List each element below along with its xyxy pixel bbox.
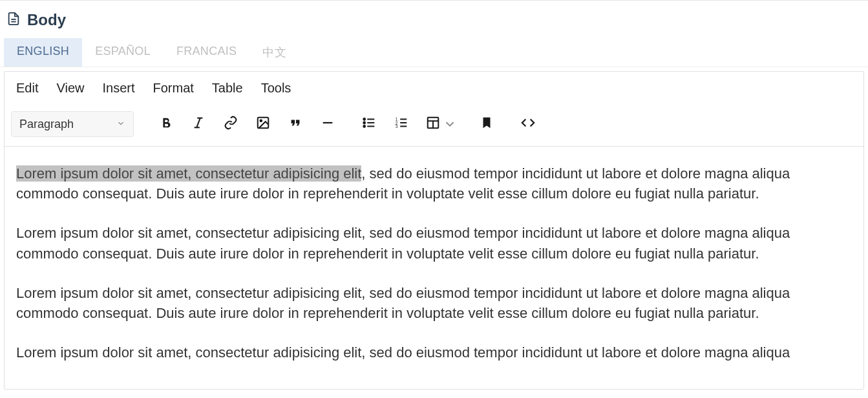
- quote-icon: [288, 116, 302, 132]
- tab-espanol[interactable]: ESPAÑOL: [82, 38, 164, 67]
- chevron-down-icon: [443, 117, 457, 131]
- svg-point-11: [363, 118, 365, 120]
- paragraph-1[interactable]: Lorem ipsum dolor sit amet, consectetur …: [16, 163, 852, 204]
- section-title: Body: [27, 11, 66, 29]
- tab-francais[interactable]: FRANCAIS: [164, 38, 249, 67]
- menu-edit[interactable]: Edit: [16, 81, 38, 96]
- menu-table[interactable]: Table: [212, 81, 243, 96]
- document-icon: [6, 12, 21, 28]
- bookmark-button[interactable]: [472, 111, 501, 137]
- svg-text:3: 3: [396, 124, 398, 129]
- blockquote-button[interactable]: [281, 111, 310, 137]
- paragraph-4[interactable]: Lorem ipsum dolor sit amet, consectetur …: [16, 342, 852, 362]
- link-icon: [224, 116, 238, 132]
- language-tabs: ENGLISH ESPAÑOL FRANCAIS 中文: [0, 38, 868, 67]
- bold-icon: [159, 116, 173, 132]
- tab-chinese[interactable]: 中文: [249, 38, 299, 67]
- menu-tools[interactable]: Tools: [261, 81, 291, 96]
- bookmark-icon: [480, 116, 494, 132]
- code-icon: [521, 116, 535, 132]
- image-icon: [256, 116, 270, 132]
- bullet-list-button[interactable]: [355, 111, 383, 137]
- numbered-list-button[interactable]: 123: [387, 111, 416, 137]
- editor: Edit View Insert Format Table Tools Para…: [4, 71, 864, 390]
- tab-english[interactable]: ENGLISH: [4, 38, 82, 67]
- bullet-list-icon: [362, 116, 376, 132]
- italic-button[interactable]: [184, 111, 213, 137]
- link-button[interactable]: [217, 111, 245, 137]
- editor-menubar: Edit View Insert Format Table Tools: [5, 72, 863, 106]
- source-code-button[interactable]: [514, 111, 542, 137]
- svg-line-4: [196, 118, 200, 128]
- paragraph-2[interactable]: Lorem ipsum dolor sit amet, consectetur …: [16, 223, 852, 263]
- chevron-down-icon: [116, 118, 125, 131]
- svg-point-6: [260, 120, 262, 121]
- table-button[interactable]: [419, 111, 460, 137]
- block-format-label: Paragraph: [19, 118, 74, 131]
- editor-content[interactable]: Lorem ipsum dolor sit amet, consectetur …: [5, 147, 863, 389]
- image-button[interactable]: [249, 111, 277, 137]
- block-format-select[interactable]: Paragraph: [11, 111, 134, 137]
- svg-point-13: [363, 125, 365, 127]
- italic-icon: [191, 116, 206, 132]
- section-header: Body: [0, 1, 868, 38]
- numbered-list-icon: 123: [394, 116, 408, 132]
- hr-button[interactable]: [313, 111, 342, 137]
- menu-view[interactable]: View: [56, 81, 84, 96]
- paragraph-3[interactable]: Lorem ipsum dolor sit amet, consectetur …: [16, 283, 852, 323]
- hr-icon: [321, 116, 335, 132]
- svg-point-12: [363, 122, 365, 124]
- editor-toolbar: Paragraph: [5, 106, 863, 147]
- menu-insert[interactable]: Insert: [102, 81, 134, 96]
- table-icon: [426, 116, 440, 132]
- selected-text[interactable]: Lorem ipsum dolor sit amet, consectetur …: [16, 165, 361, 182]
- menu-format[interactable]: Format: [153, 81, 194, 96]
- bold-button[interactable]: [152, 111, 180, 137]
